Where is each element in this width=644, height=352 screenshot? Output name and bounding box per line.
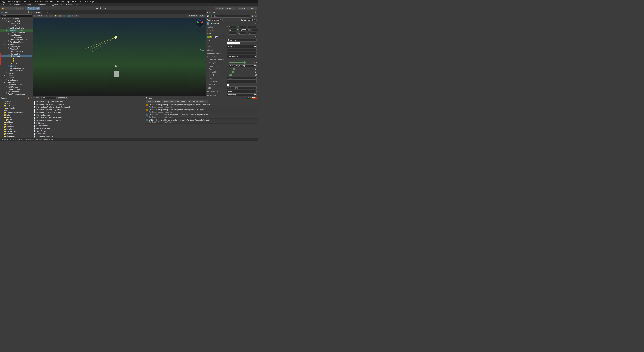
hierarchy-item-sunlight[interactable]: ▼ 💡 SunLight — [0, 55, 32, 57]
hierarchy-item-interior[interactable]: ▶ ⬡ Interior — [0, 72, 32, 74]
hierarchy-item-daggerfallui[interactable]: ⬡ DaggerfallUI — [0, 22, 32, 24]
tool-scale[interactable]: ⤡ — [13, 6, 16, 10]
asset-item[interactable]: 📄 ExitGame — [33, 122, 144, 124]
asset-item[interactable]: 📄 GameManager — [33, 125, 144, 127]
tool-rotate[interactable]: ↻ — [9, 6, 13, 10]
project-lock-icon[interactable]: 🔒 — [28, 97, 30, 99]
console-clear-on-build-btn[interactable]: Clear on Build — [174, 100, 187, 103]
menu-daggerfall-tools[interactable]: Daggerfall Tools — [49, 3, 64, 5]
hierarchy-item-indirectlight[interactable]: 💡 IndirectLight — [0, 62, 32, 64]
tag-select[interactable]: Untagged — [210, 18, 222, 21]
project-mods[interactable]: 📁 Mods — [0, 123, 32, 126]
project-assets-header[interactable]: ▼ Assets — [0, 109, 32, 111]
console-clear-btn[interactable]: Clear — [146, 100, 152, 103]
hierarchy-item-canvas[interactable]: ⬡ Canvas — [0, 76, 32, 79]
project-game[interactable]: 📁 Game — [0, 116, 32, 118]
shading-dropdown[interactable]: Shaded ▼ — [33, 14, 43, 17]
hierarchy-item-eventsystem[interactable]: ⬡ EventSystem — [0, 79, 32, 81]
console-entry[interactable]: i [07:29:40] DFTFU 1.9.0: Found valid ar… — [145, 113, 258, 118]
project-menu-icon[interactable]: ≡ — [30, 97, 32, 99]
hierarchy-item-exterior[interactable]: ▼ ⬡ Exterior — [0, 43, 32, 45]
play-button[interactable]: ▶ — [96, 6, 99, 10]
project-localization[interactable]: 📁 Localization — [0, 128, 32, 130]
light-intensity-input[interactable] — [227, 49, 256, 51]
rotation-z-input[interactable] — [251, 29, 258, 31]
console-clear-on-play-btn[interactable]: Clear on Play — [162, 100, 174, 103]
scale-x-input[interactable] — [229, 32, 236, 34]
hierarchy-item-entityeffectbroker[interactable]: ⬡ EntityEffectBroker — [0, 27, 32, 29]
tab-scene[interactable]: Scene — [33, 11, 42, 14]
hierarchy-item-streamingtarget[interactable]: ⬡ StreamingTarget — [0, 50, 32, 53]
inspector-lock-icon[interactable]: 🔒 — [254, 11, 256, 13]
hierarchy-item-talkmanager[interactable]: ⬡ TalkManager — [0, 86, 32, 88]
asset-item[interactable]: 📄 GameSettings — [33, 130, 144, 132]
static-button[interactable]: Static — [251, 15, 256, 17]
project-addressable[interactable]: 📁 AddressableAssetsData — [0, 111, 32, 114]
pause-button[interactable]: ⏸ — [99, 6, 103, 10]
asset-item[interactable]: 📄 DaggerfallUnitySetupGameWizard — [33, 119, 144, 122]
hierarchy-item-inputmanager[interactable]: ⬡ InputManager — [0, 34, 32, 36]
light-indirect-mult-input[interactable] — [227, 52, 256, 54]
tool-rect[interactable]: ▭ — [17, 6, 21, 10]
light-mode-select[interactable]: Realtime — [227, 45, 256, 48]
hierarchy-item-weathermanager[interactable]: ⬡ WeatherManager — [0, 83, 32, 86]
zoom-field[interactable]: 20 — [44, 14, 48, 17]
cookie-size-input[interactable] — [227, 80, 256, 83]
scale-z-input[interactable] — [248, 32, 256, 34]
object-active-checkbox[interactable] — [207, 15, 209, 17]
help-icon[interactable]: ? — [254, 23, 254, 25]
scene-tool-audio[interactable]: 🔊 — [58, 14, 62, 17]
light-help-icon[interactable]: ? — [254, 36, 254, 38]
console-editor-btn[interactable]: Editor ▼ — [200, 100, 208, 103]
rotation-x-input[interactable] — [229, 29, 236, 31]
hierarchy-item-light1[interactable]: 💡 Light — [0, 57, 32, 60]
console-error-pause-btn[interactable]: Error Pause — [188, 100, 198, 103]
asset-item[interactable]: 📄 SerializableGameObject — [33, 135, 144, 138]
hierarchy-item-light2[interactable]: 💡 Light — [0, 60, 32, 62]
hierarchy-item-sunlightrig[interactable]: ▼ ⬡ SunlightRig — [0, 53, 32, 55]
shadow-normal-bias-slider[interactable] — [229, 72, 250, 72]
asset-item[interactable]: 📄 DaggerfallEnemy [Game Serializable] — [33, 100, 144, 103]
layers-btn[interactable]: Layers ▼ — [237, 6, 246, 10]
console-entry[interactable]: ! [07:29:04] SettingsManager: Removing s… — [145, 108, 258, 113]
menu-file[interactable]: File — [1, 3, 5, 5]
asset-item[interactable]: 📄 DaggerfallUnitySaveGameWindow — [33, 116, 144, 119]
hierarchy-item-printscreenmanager[interactable]: ⬡ PrintScreenManager — [0, 93, 32, 95]
hierarchy-item-gamemanager[interactable]: ⬡ GameManager — [0, 36, 32, 38]
rotation-y-input[interactable] — [238, 29, 248, 31]
hierarchy-item-songplayer[interactable]: ⬡ SongPlayer — [0, 45, 32, 48]
asset-item[interactable]: 📄 SaveGames — [33, 133, 144, 135]
asset-item[interactable]: 📄 GameObjectHelper — [33, 127, 144, 130]
pivot-btn[interactable]: Pivot — [27, 6, 33, 10]
asset-item[interactable]: 📄 DaggerfallLoadClassicGameWindow — [33, 103, 144, 106]
draw-halo-checkbox[interactable] — [227, 84, 229, 86]
shadow-bias-slider[interactable] — [229, 69, 250, 69]
menu-help[interactable]: Help — [76, 3, 81, 5]
shadow-resolution-select[interactable]: Use Quality Settings — [229, 64, 256, 67]
project-all-models[interactable]: ⭐ All Models — [0, 104, 32, 107]
hierarchy-menu-icon[interactable]: ≡ — [30, 11, 32, 13]
hierarchy-item-saveloadmanager[interactable]: ⬡ SaveLoadManager — [0, 41, 32, 43]
shadow-near-plane-slider[interactable] — [229, 75, 250, 75]
asset-item[interactable]: 📄 DaggerfallStartNewGameWizard — [33, 111, 144, 114]
scene-tool-light[interactable]: 💡 — [54, 14, 58, 17]
light-color-swatch[interactable] — [227, 42, 240, 44]
layer-select[interactable]: Default — [246, 18, 256, 21]
console-entry[interactable]: i [07:29:40] DFTFU 1.9.0: Found valid ar… — [145, 118, 258, 123]
local-btn[interactable]: Local — [33, 6, 40, 10]
light-active-checkbox[interactable] — [207, 36, 209, 38]
step-button[interactable]: ⏭ — [103, 6, 107, 10]
scene-tool-fog[interactable]: 🌫 — [71, 14, 75, 17]
shadow-strength-slider[interactable] — [229, 62, 250, 63]
account-btn[interactable]: Account ▼ — [226, 6, 236, 10]
render-mode-select[interactable]: Auto — [227, 90, 256, 93]
hierarchy-item-retropresentation[interactable]: ⬡ RetroPresentation — [0, 31, 32, 34]
asset-item[interactable]: 📄 DaggerfallLootContainer [Game Serializ… — [33, 106, 144, 108]
position-z-input[interactable] — [248, 26, 256, 28]
project-editor[interactable]: 📁 Editor — [0, 114, 32, 116]
hierarchy-item-playeradvanced[interactable]: ▶ ⬡ PlayerAdvanced — [0, 29, 32, 31]
menu-component[interactable]: Component — [36, 3, 47, 5]
project-resources[interactable]: 📁 Resources — [0, 135, 32, 137]
hierarchy-item-startgamebehaviour[interactable]: ⬡ StartGameBehaviour — [0, 38, 32, 41]
asset-item[interactable]: 📄 DaggerfallUnityGame — [33, 114, 144, 116]
